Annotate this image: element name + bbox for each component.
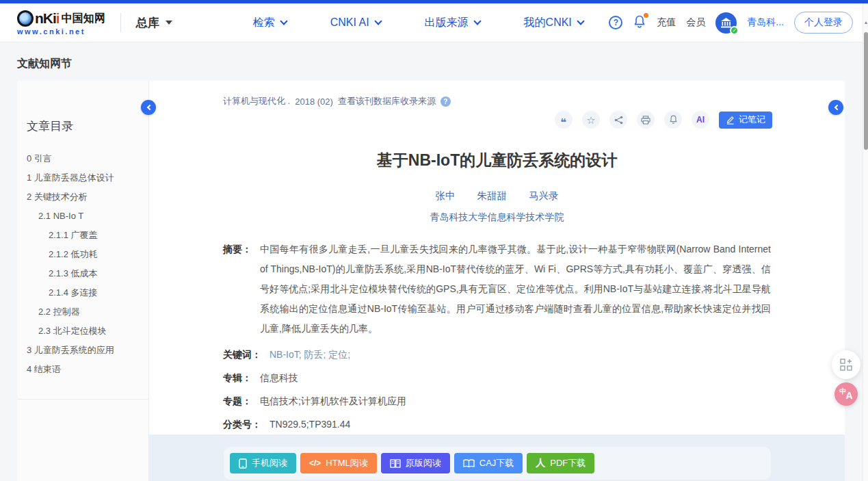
classification-value: TN929.5;TP391.44 [269,417,350,432]
toc-item[interactable]: 2.1.1 广覆盖 [17,226,148,245]
share-button[interactable] [609,111,627,129]
author-link[interactable]: 朱甜甜 [477,190,508,201]
quick-apps-button[interactable] [832,350,860,379]
cnki-logo-mark: nKii 中国知网 [17,10,105,27]
html-read-button[interactable]: </> HTML阅读 [300,453,377,473]
print-button[interactable] [637,111,655,129]
toc-item[interactable]: 2.1.4 多连接 [17,283,148,302]
main-layout: 文章目录 0 引言 1 儿童防丢器总体设计 2 关键技术分析 2.1 NB-Io… [17,81,845,481]
toc-item[interactable]: 2.1 NB-Io T [17,207,148,226]
member-link[interactable]: 会员 [686,16,705,29]
star-icon: ☆ [586,115,595,125]
pdf-download-button[interactable]: 人 PDF下载 [527,453,594,473]
journal-issue: 2018 (02) [295,96,333,107]
main-navbar: nKii 中国知网 www.cnki.net 总库 检索 CNKI AI 出版来… [0,3,868,42]
original-read-button[interactable]: 原版阅读 [381,453,450,473]
caj-download-button[interactable]: CAJ下载 [454,453,523,473]
toc-item[interactable]: 2.3 北斗定位模块 [17,322,148,341]
toc-item[interactable]: 2.2 控制器 [17,302,148,322]
menu-publication-source[interactable]: 出版来源 [425,16,480,30]
chevron-down-icon [374,17,382,25]
album-row: 专辑： 信息科技 [223,371,771,385]
scroll-up-arrow-icon[interactable]: ▲ [863,20,868,25]
journal-info-row: 计算机与现代化 . 2018 (02) 查看该刊数据库收录来源 ? [149,81,845,107]
notification-badge [644,13,648,18]
institution-building-icon [720,18,732,28]
classification-label: 分类号： [223,417,261,432]
bell-icon [669,115,678,125]
album-value: 信息科技 [260,371,298,385]
menu-cnki-ai[interactable]: CNKI AI [330,16,381,30]
original-read-label: 原版阅读 [406,457,441,469]
cnki-logo-text: nKii [35,11,60,25]
username-label[interactable]: 青岛科... [747,16,784,29]
author-link[interactable]: 张中 [435,190,455,201]
classification-row: 分类号： TN929.5;TP391.44 [223,417,771,432]
take-note-button[interactable]: 记笔记 [719,112,772,129]
toc-item[interactable]: 3 儿童防丢系统的应用 [17,341,148,360]
article-meta: 摘要： 中国每年有很多儿童走丢,一旦儿童丢失找回来的几率微乎其微。基于此,设计一… [149,239,845,455]
scrollbar-thumb[interactable] [864,32,868,150]
album-label: 专辑： [223,371,252,385]
mobile-icon [239,458,247,469]
toc-item[interactable]: 2 关键技术分析 [17,187,148,207]
abstract-label: 摘要： [223,239,252,339]
book-icon [390,459,401,468]
cite-button[interactable]: ❝ [555,111,573,129]
topic-label: 专题： [223,394,252,408]
favorite-button[interactable]: ☆ [582,111,600,129]
abstract-row: 摘要： 中国每年有很多儿童走丢,一旦儿童丢失找回来的几率微乎其微。基于此,设计一… [223,239,771,339]
translate-button[interactable]: 中 A [834,382,858,406]
recharge-link[interactable]: 充值 [657,16,676,29]
alert-button[interactable] [664,111,682,129]
journal-source-link[interactable]: 查看该刊数据库收录来源 [338,95,436,107]
html-read-label: HTML阅读 [326,457,367,469]
menu-search[interactable]: 检索 [253,16,287,30]
database-selector[interactable]: 总库 [136,15,172,31]
topic-value: 电信技术;计算机软件及计算机应用 [260,394,406,408]
help-icon[interactable]: ? [609,16,622,29]
right-panel-collapse-button[interactable] [828,100,843,115]
open-book-icon [463,459,475,468]
menu-my-cnki[interactable]: 我的CNKI [524,16,583,30]
author-link[interactable]: 马兴录 [529,190,559,201]
notifications-button[interactable] [633,14,646,31]
toc-item[interactable]: 0 引言 [17,149,148,168]
menu-label: 出版来源 [425,16,469,30]
page-scrollbar[interactable]: ▲ [863,3,868,481]
mobile-read-label: 手机阅读 [252,457,287,469]
cnki-chinese-name: 中国知网 [62,13,105,24]
help-icon[interactable]: ? [440,96,451,107]
toc-item[interactable]: 4 结束语 [17,360,148,379]
caj-download-label: CAJ下载 [479,457,514,469]
globe-icon [17,10,34,27]
database-selector-label: 总库 [136,15,159,31]
journal-name-link[interactable]: 计算机与现代化 . [223,95,290,107]
apps-grid-icon [840,359,852,371]
toc-item[interactable]: 1 儿童防丢器总体设计 [17,168,148,187]
avatar[interactable]: ✓ [715,12,737,34]
sidebar-collapse-button[interactable] [141,100,156,115]
share-icon [614,116,623,125]
quote-icon: ❝ [561,119,567,126]
pdf-person-icon: 人 [536,457,545,469]
cnki-logo[interactable]: nKii 中国知网 www.cnki.net [17,10,105,36]
article-title: 基于NB-IoT的儿童防丢系统的设计 [149,150,845,171]
ai-icon: AI [696,115,705,125]
keyword-links[interactable]: NB-IoT; 防丢; 定位; [269,348,350,362]
verified-check-icon: ✓ [730,26,739,35]
mobile-read-button[interactable]: 手机阅读 [230,453,296,473]
affiliation-link[interactable]: 青岛科技大学信息科学技术学院 [149,211,845,224]
divider [17,399,148,400]
chevron-left-icon [146,105,152,110]
translate-icon-a: A [845,390,852,401]
toc-list: 0 引言 1 儿童防丢器总体设计 2 关键技术分析 2.1 NB-Io T 2.… [17,149,148,379]
personal-login-button[interactable]: 个人登录 [794,12,853,34]
toc-title: 文章目录 [27,118,148,134]
toc-item[interactable]: 2.1.2 低功耗 [17,245,148,264]
abstract-text: 中国每年有很多儿童走丢,一旦儿童丢失找回来的几率微乎其微。基于此,设计一种基于窄… [260,239,771,339]
ai-button[interactable]: AI [692,111,709,129]
read-download-band: 手机阅读 </> HTML阅读 原版阅读 [149,434,845,481]
menu-label: CNKI AI [330,16,369,29]
toc-item[interactable]: 2.1.3 低成本 [17,264,148,283]
